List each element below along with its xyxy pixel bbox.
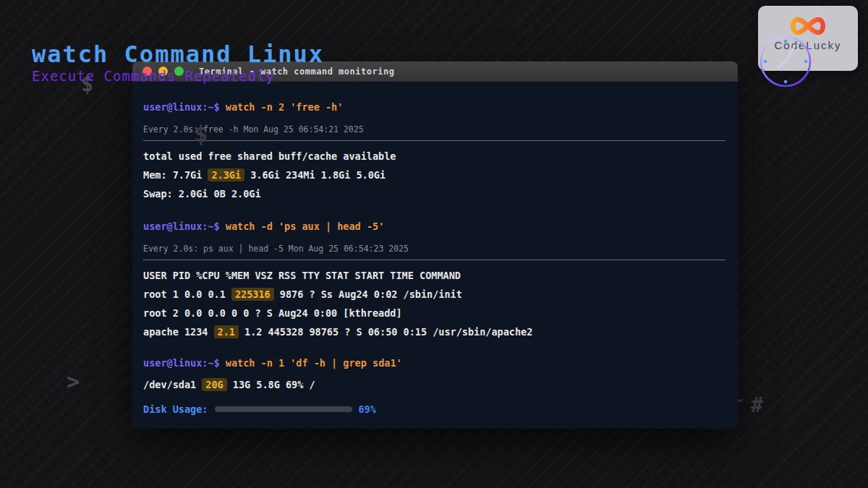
shell-command: watch -n 1 'df -h | grep sda1' xyxy=(226,357,402,369)
ps-row-init: root 1 0.0 0.1 225316 9876 ? Ss Aug24 0:… xyxy=(143,286,726,304)
shell-prompt: user@linux:~$ xyxy=(143,357,220,369)
free-output: total used free shared buff/cache availa… xyxy=(143,147,726,203)
command-line-2: user@linux:~$ watch -d 'ps aux | head -5… xyxy=(143,220,726,233)
disk-usage-row: Disk Usage: 69% xyxy=(143,400,726,419)
terminal-body: user@linux:~$ watch -n 2 'free -h' Every… xyxy=(132,82,738,419)
ps-row-apache: apache 1234 2.1 1.2 445328 98765 ? S 06:… xyxy=(143,323,726,342)
terminal-window: Terminal - watch command monitoring user… xyxy=(132,61,738,429)
command-line-1: user@linux:~$ watch -n 2 'free -h' xyxy=(143,100,726,114)
bg-hash-glyph: # xyxy=(751,393,763,417)
disk-usage-percent: 69% xyxy=(358,403,375,415)
free-mem-row: Mem: 7.7Gi 2.3Gi 3.6Gi 234Mi 1.8Gi 5.0Gi xyxy=(143,166,726,185)
separator-line xyxy=(143,140,726,141)
highlight-used-mem: 2.3Gi xyxy=(208,168,244,181)
ps-header-row: USER PID %CPU %MEM VSZ RSS TTY STAT STAR… xyxy=(143,267,726,286)
shell-command: watch -d 'ps aux | head -5' xyxy=(226,221,384,232)
page-title: watch Command Linux xyxy=(32,40,324,68)
watch-header-1: Every 2.0s: free -h Mon Aug 25 06:54:21 … xyxy=(143,124,726,134)
df-output: /dev/sda1 20G 13G 5.8G 69% / xyxy=(143,376,726,395)
watch-header-2: Every 2.0s: ps aux | head -5 Mon Aug 25 … xyxy=(143,244,726,254)
separator-line xyxy=(143,260,726,260)
free-header-row: total used free shared buff/cache availa… xyxy=(143,147,726,166)
clock-icon xyxy=(755,31,816,92)
disk-usage-label: Disk Usage: xyxy=(143,403,208,415)
shell-prompt: user@linux:~$ xyxy=(143,221,220,232)
highlight-cpu: 2.1 xyxy=(214,325,239,338)
shell-prompt: user@linux:~$ xyxy=(143,101,220,113)
df-row-sda1: /dev/sda1 20G 13G 5.8G 69% / xyxy=(143,376,726,395)
highlight-vsz: 225316 xyxy=(231,288,274,301)
bg-dollar-glyph: $ xyxy=(194,120,208,147)
free-swap-row: Swap: 2.0Gi 0B 2.0Gi xyxy=(143,185,726,204)
disk-usage-bar xyxy=(215,406,352,412)
bg-chevron-glyph: > xyxy=(67,369,80,394)
command-line-3: user@linux:~$ watch -n 1 'df -h | grep s… xyxy=(143,356,726,369)
ps-output: USER PID %CPU %MEM VSZ RSS TTY STAT STAR… xyxy=(143,267,726,341)
page-subtitle: Execute Commands Repeatedly xyxy=(32,68,275,84)
ps-row-kthreadd: root 2 0.0 0.0 0 0 ? S Aug24 0:00 [kthre… xyxy=(143,304,726,323)
highlight-disk-size: 20G xyxy=(202,378,226,391)
shell-command: watch -n 2 'free -h' xyxy=(226,101,344,113)
